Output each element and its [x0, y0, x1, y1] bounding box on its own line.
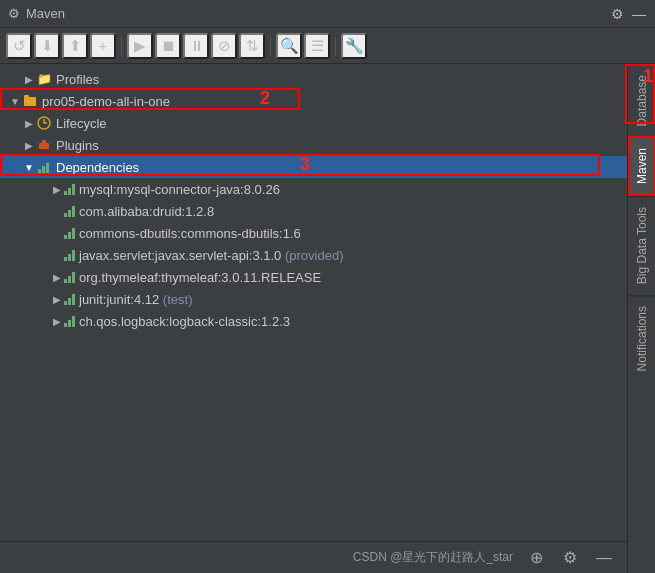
svg-rect-4: [42, 140, 46, 144]
sidebar-tab-maven-label: Maven: [635, 148, 649, 184]
minimize-icon[interactable]: —: [631, 6, 647, 22]
stop-button[interactable]: ⏹: [155, 33, 181, 59]
tree-item-project[interactable]: ▼ pro05-demo-all-in-one: [0, 90, 627, 112]
toggle-plugins[interactable]: ▶: [22, 138, 36, 152]
profiles-icon: 📁: [36, 71, 52, 87]
watermark: CSDN @星光下的赶路人_star: [353, 549, 513, 566]
toggle-profiles[interactable]: ▶: [22, 72, 36, 86]
svg-rect-6: [42, 166, 45, 173]
maven-title-icon: ⚙: [8, 6, 20, 21]
content-area: ▶ 📁 Profiles ▼ pro05-demo-all-in-one: [0, 64, 655, 573]
separator-1: [121, 36, 122, 56]
dep-icon-mysql: [64, 183, 75, 195]
sidebar-tab-notifications[interactable]: Notifications: [628, 295, 656, 381]
plugins-label: Plugins: [56, 138, 99, 153]
pause-button[interactable]: ⏸: [183, 33, 209, 59]
lifecycle-label: Lifecycle: [56, 116, 107, 131]
separator-3: [335, 36, 336, 56]
toggle-logback[interactable]: ▶: [50, 314, 64, 328]
tree-item-commons-dbutils[interactable]: commons-dbutils:commons-dbutils:1.6: [0, 222, 627, 244]
toolbar: ↺ ⬇ ⬆ + ▶ ⏹ ⏸ ⊘ ⇅ 🔍 ☰ 🔧: [0, 28, 655, 64]
svg-rect-7: [46, 163, 49, 173]
tree-item-logback[interactable]: ▶ ch.qos.logback:logback-classic:1.2.3: [0, 310, 627, 332]
bottom-bar: CSDN @星光下的赶路人_star ⊕ ⚙ —: [0, 541, 627, 573]
sidebar-tab-notifications-label: Notifications: [635, 306, 649, 371]
add-dep-button[interactable]: ⊕: [525, 547, 547, 569]
toggle-project[interactable]: ▼: [8, 94, 22, 108]
dependencies-icon: [36, 159, 52, 175]
tree-item-profiles[interactable]: ▶ 📁 Profiles: [0, 68, 627, 90]
project-icon: [22, 93, 38, 109]
toggle-lifecycle[interactable]: ▶: [22, 116, 36, 130]
sidebar-tab-bigdata[interactable]: Big Data Tools: [628, 196, 656, 294]
configure-button[interactable]: 🔧: [341, 33, 367, 59]
project-label: pro05-demo-all-in-one: [42, 94, 170, 109]
title-bar-right: ⚙ —: [609, 6, 647, 22]
thymeleaf-label: org.thymeleaf:thymeleaf:3.0.11.RELEASE: [79, 270, 321, 285]
download-sources-button[interactable]: ⬇: [34, 33, 60, 59]
dep-icon-junit: [64, 293, 75, 305]
show-diagram-button[interactable]: ☰: [304, 33, 330, 59]
minimize-bottom-button[interactable]: —: [593, 547, 615, 569]
servlet-label: javax.servlet:javax.servlet-api:3.1.0 (p…: [79, 248, 343, 263]
tree-item-druid[interactable]: com.alibaba:druid:1.2.8: [0, 200, 627, 222]
plugins-icon: [36, 137, 52, 153]
settings-icon[interactable]: ⚙: [609, 6, 625, 22]
toggle-dependencies[interactable]: ▼: [22, 160, 36, 174]
refresh-button[interactable]: ↺: [6, 33, 32, 59]
add-button[interactable]: +: [90, 33, 116, 59]
sidebar-tab-database-label: Database: [635, 75, 649, 126]
window-title: Maven: [26, 6, 65, 21]
sidebar-tab-database[interactable]: Database: [628, 64, 656, 136]
dbutils-label: commons-dbutils:commons-dbutils:1.6: [79, 226, 301, 241]
dep-icon-thymeleaf: [64, 271, 75, 283]
mysql-label: mysql:mysql-connector-java:8.0.26: [79, 182, 280, 197]
svg-rect-0: [24, 97, 36, 106]
tree-item-plugins[interactable]: ▶ Plugins: [0, 134, 627, 156]
dep-icon-logback: [64, 315, 75, 327]
tree-item-servlet[interactable]: javax.servlet:javax.servlet-api:3.1.0 (p…: [0, 244, 627, 266]
tree-item-junit[interactable]: ▶ junit:junit:4.12 (test): [0, 288, 627, 310]
right-sidebar: Database Maven Big Data Tools Notificati…: [627, 64, 655, 573]
dep-icon-druid: [64, 205, 75, 217]
logback-label: ch.qos.logback:logback-classic:1.2.3: [79, 314, 290, 329]
druid-label: com.alibaba:druid:1.2.8: [79, 204, 214, 219]
sidebar-tab-bigdata-label: Big Data Tools: [635, 207, 649, 284]
sidebar-tab-maven[interactable]: Maven: [628, 136, 656, 196]
dependencies-label: Dependencies: [56, 160, 139, 175]
toggle-junit[interactable]: ▶: [50, 292, 64, 306]
main-window: ⚙ Maven ⚙ — ↺ ⬇ ⬆ + ▶ ⏹ ⏸ ⊘ ⇅ 🔍 ☰ 🔧: [0, 0, 655, 573]
junit-label: junit:junit:4.12 (test): [79, 292, 192, 307]
toggle-thymeleaf[interactable]: ▶: [50, 270, 64, 284]
tree-item-lifecycle[interactable]: ▶ Lifecycle: [0, 112, 627, 134]
toggle-mysql[interactable]: ▶: [50, 182, 64, 196]
svg-rect-5: [38, 169, 41, 173]
toggle-offline-button[interactable]: ⇅: [239, 33, 265, 59]
skip-test-button[interactable]: ⊘: [211, 33, 237, 59]
separator-2: [270, 36, 271, 56]
search-button[interactable]: 🔍: [276, 33, 302, 59]
dep-icon-servlet: [64, 249, 75, 261]
tree-item-thymeleaf[interactable]: ▶ org.thymeleaf:thymeleaf:3.0.11.RELEASE: [0, 266, 627, 288]
run-button[interactable]: ▶: [127, 33, 153, 59]
main-panel: ▶ 📁 Profiles ▼ pro05-demo-all-in-one: [0, 64, 627, 573]
tree-view: ▶ 📁 Profiles ▼ pro05-demo-all-in-one: [0, 64, 627, 541]
svg-rect-1: [24, 95, 29, 98]
generate-button[interactable]: ⬆: [62, 33, 88, 59]
settings-bottom-button[interactable]: ⚙: [559, 547, 581, 569]
title-bar: ⚙ Maven ⚙ —: [0, 0, 655, 28]
profiles-label: Profiles: [56, 72, 99, 87]
lifecycle-icon: [36, 115, 52, 131]
dep-icon-dbutils: [64, 227, 75, 239]
title-bar-left: ⚙ Maven: [8, 6, 65, 21]
tree-item-dependencies[interactable]: ▼ Dependencies: [0, 156, 627, 178]
tree-item-mysql[interactable]: ▶ mysql:mysql-connector-java:8.0.26: [0, 178, 627, 200]
